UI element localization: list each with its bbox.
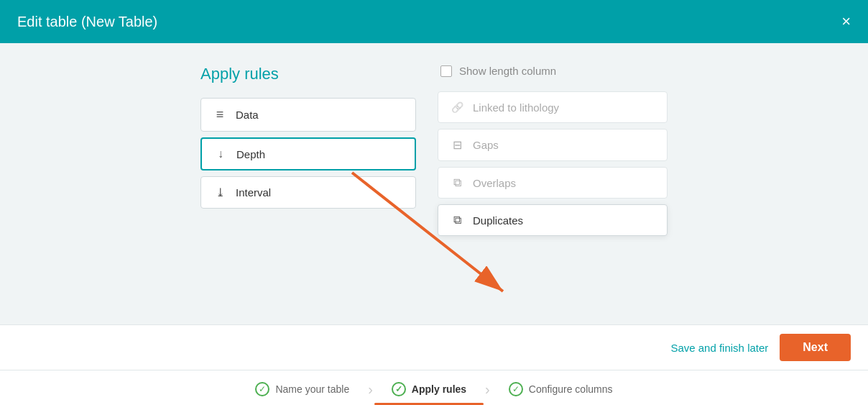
rule-item-data[interactable]: Data (200, 98, 416, 132)
left-panel: Apply rules Data Depth Interval (200, 65, 416, 242)
lines-icon (213, 107, 227, 122)
option-item-duplicates[interactable]: Duplicates (438, 204, 668, 236)
step-label-name: Name your table (275, 383, 349, 395)
rule-label-data: Data (236, 109, 259, 121)
chevron-1: › (368, 381, 373, 398)
dialog-title: Edit table (New Table) (17, 14, 157, 30)
duplicates-icon (450, 214, 464, 227)
option-label-linked: Linked to lithology (473, 101, 559, 114)
main-content: Apply rules Data Depth Interval Show len… (0, 43, 868, 352)
step-check-columns: ✓ (509, 382, 523, 396)
rule-item-interval[interactable]: Interval (200, 176, 416, 209)
option-item-linked[interactable]: Linked to lithology (438, 91, 668, 123)
step-columns: ✓ Configure columns (491, 378, 630, 401)
overlaps-icon (450, 176, 464, 189)
rule-label-interval: Interval (236, 186, 271, 199)
step-label-columns: Configure columns (529, 383, 613, 395)
option-item-gaps[interactable]: Gaps (438, 129, 668, 161)
show-length-label: Show length column (459, 65, 556, 77)
step-label-rules: Apply rules (412, 383, 466, 395)
dialog-header: Edit table (New Table) × (0, 0, 868, 43)
interval-icon (213, 186, 227, 199)
step-name: ✓ Name your table (238, 378, 366, 401)
option-label-duplicates: Duplicates (473, 214, 523, 227)
next-button[interactable]: Next (780, 334, 851, 361)
close-button[interactable]: × (841, 14, 851, 29)
option-item-overlaps[interactable]: Overlaps (438, 167, 668, 199)
option-label-overlaps: Overlaps (473, 177, 516, 189)
chevron-2: › (485, 381, 490, 398)
gaps-icon (450, 138, 464, 152)
step-check-name: ✓ (255, 382, 269, 396)
right-panel: Show length column Linked to lithology G… (438, 65, 668, 242)
step-check-rules: ✓ (392, 382, 406, 396)
rule-label-depth: Depth (236, 148, 265, 160)
option-label-gaps: Gaps (473, 139, 499, 151)
rule-item-depth[interactable]: Depth (200, 137, 416, 170)
footer-actions: Save and finish later Next (0, 325, 868, 370)
section-title: Apply rules (200, 65, 416, 83)
footer: Save and finish later Next ✓ Name your t… (0, 324, 868, 405)
steps-bar: ✓ Name your table › ✓ Apply rules › ✓ Co… (0, 370, 868, 405)
save-later-button[interactable]: Save and finish later (670, 342, 768, 354)
link-icon (450, 101, 464, 114)
depth-icon (213, 147, 228, 160)
show-length-row: Show length column (438, 65, 668, 77)
show-length-checkbox[interactable] (440, 65, 452, 77)
content-area: Apply rules Data Depth Interval Show len… (0, 65, 868, 242)
step-rules: ✓ Apply rules (374, 378, 484, 401)
